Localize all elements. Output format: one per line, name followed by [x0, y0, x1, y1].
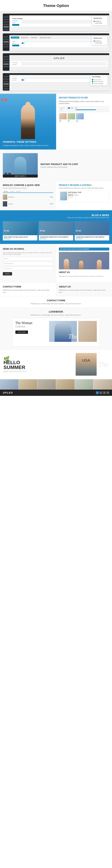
page-4[interactable]: 4	[106, 391, 109, 394]
footer-thumbnails	[0, 379, 112, 390]
blog-header: BLOG & NEWS Write your own blog & compet…	[3, 214, 109, 219]
admin-sidebar-2	[3, 35, 9, 51]
compare-tab[interactable]: Compare	[9, 190, 15, 192]
blog-card-3: 20 Apr CURABITURE LOBORTIS EST AT ODO AM…	[74, 221, 109, 241]
product-card-3: Top $32	[76, 113, 84, 122]
blog-style-tab[interactable]: Blog Style	[30, 37, 38, 38]
mock-wishlist: Wishlist Compare Recently Casual Dress $…	[3, 190, 53, 207]
feature-reviews: PRODUCT REVIEWS & RATINGS Extend Shopify…	[56, 181, 112, 210]
page-1[interactable]: 1	[96, 391, 99, 394]
admin-sidebar	[3, 16, 9, 31]
add-to-cart-mock: ‹ › ADD to CART &	[3, 153, 38, 178]
wishlist-tab[interactable]: Wishlist	[3, 190, 9, 193]
product-add-cart-img: ‹ › ADD to CART &	[3, 153, 38, 178]
product-card-1: Dress $29	[59, 113, 67, 122]
we-have-banner: WE NOW HAVE OVER 100 TEAM MEMBERS	[59, 248, 109, 251]
product-img-3	[76, 113, 84, 119]
blog-card-2: 20 Apr CURABITURE LOBORTIS EST AT ODO AM…	[39, 221, 73, 241]
blog-section: BLOG & NEWS Write your own blog & compet…	[0, 210, 112, 244]
admin-typography-block: Font Family Font Size	[11, 61, 108, 67]
footer-logo: UPLEO	[3, 391, 13, 394]
page-3[interactable]: 3	[103, 391, 106, 394]
thumb-5	[75, 379, 93, 390]
product-options-popup: Cart Settings General Options Product Ca…	[90, 75, 108, 86]
blog-archive-tab[interactable]: Blog Archive	[20, 37, 29, 38]
sale-badge: SALE	[2, 99, 7, 101]
feature-add-to-cart: ‹ › ADD to CART & INSTANT PRODUCT ADD TO…	[0, 150, 112, 181]
submit-button[interactable]: Submit	[3, 272, 12, 275]
thumb-2	[19, 379, 38, 390]
thumb-4	[56, 379, 75, 390]
admin-screen-4: Cart Type Ajax Cart Cart Settings Genera	[3, 73, 109, 91]
about-desc: ABOUT US Redesign your contact page with…	[56, 283, 112, 296]
blog-card-1: 10 Apr MONA THINKS YOU WILL QUAN SAN V8+…	[3, 221, 38, 241]
feature-powerful-theme: SALE POWERFUL THEME SETTINGS Configure a…	[0, 94, 56, 150]
feature-wishlist: WISHLIST, COMPARE & QUICK VIEW Let your …	[0, 181, 56, 210]
brand-logo-preview: UPLEO	[11, 57, 108, 60]
lookbook-section: LOOKBOOK Redesign your contact page with…	[0, 307, 112, 349]
phone-field[interactable]: Your Phone*	[3, 267, 53, 270]
admin-screen-3: UPLEO Font Family Font Size	[3, 53, 109, 71]
recently-tab[interactable]: Recently	[15, 190, 22, 192]
blog-config-tab[interactable]: Blog Config	[11, 37, 19, 38]
star-rating: ★ ★ ★ ★ ★	[68, 196, 108, 198]
thumb-6	[93, 379, 112, 390]
blog-default-tab[interactable]: Blog Default Layout	[39, 37, 52, 38]
wishlist-item-1: Casual Dress $45.00	[3, 194, 53, 200]
blog-card-img-2: 20 Apr	[39, 221, 73, 235]
product-img-1	[59, 113, 67, 119]
wishlist-item-img-2	[3, 201, 7, 207]
contact-about-section: SEND US AN EMAIL Tell us explore and we …	[0, 244, 112, 282]
feature-instant-filter: INSTANT PRODUCTS FILTER Filtering produc…	[56, 94, 112, 150]
contact-desc-row: CONTACT FORM Redesign your contact page …	[0, 282, 112, 296]
feature-row-wishlist-reviews: WISHLIST, COMPARE & QUICK VIEW Let your …	[0, 181, 112, 210]
admin-topbar-3	[3, 53, 109, 55]
wishlist-item-img-1	[3, 194, 7, 200]
admin-topbar	[3, 13, 109, 16]
shop-now-button[interactable]: Shop Now	[15, 331, 28, 334]
admin-topbar-4	[3, 73, 109, 75]
admin-save-btn-1[interactable]	[12, 24, 19, 26]
name-field[interactable]: Name*	[3, 257, 53, 261]
hello-summer-text: 🌿 HELLO SUMMER New Collection 2017	[3, 356, 55, 372]
admin-save-btn-2[interactable]	[12, 44, 19, 46]
contact-form-full: CONTACT FORM Redesign your contact page …	[0, 296, 112, 307]
wishlist-tabs: Wishlist Compare Recently	[3, 190, 53, 193]
lookbook-mockup: The Woman Collection Shop Now The	[13, 318, 100, 346]
product-card-2: Skirt $45	[67, 113, 75, 122]
usa-text: USA	[82, 358, 90, 363]
email-field[interactable]: Email Address*	[3, 262, 53, 266]
page-title: Theme Option	[0, 0, 112, 11]
powerful-theme-text: POWERFUL THEME SETTINGS Configure anythi…	[3, 141, 53, 147]
footer-pagination: 1 2 3 4	[96, 391, 109, 394]
footer-bottom: UPLEO 1 2 3 4	[0, 390, 112, 396]
add-to-cart-overlay[interactable]: ADD to CART &	[3, 175, 38, 178]
admin-screenshots-section: Theme Settings Typography Colors Breadcr…	[0, 11, 112, 93]
page-2[interactable]: 2	[99, 391, 102, 394]
breadcrumb-popup-2: Breadcrumb Breadit Up Social Share	[92, 36, 108, 45]
breadcrumb-popup-1: Breadcrumb Breadit Up Social Share	[92, 16, 108, 25]
model-image	[0, 94, 56, 139]
admin-main-3: UPLEO Font Family Font Size	[9, 55, 109, 71]
wishlist-item-2: Long Coat $89.00	[3, 200, 53, 207]
lookbook-img-main: The	[49, 321, 77, 342]
admin-screen-1: Theme Settings Typography Colors Breadcr…	[3, 13, 109, 31]
about-team-img	[59, 252, 109, 269]
thumb-1	[0, 379, 19, 390]
admin-sidebar-4	[3, 75, 9, 91]
features-section: SALE POWERFUL THEME SETTINGS Configure a…	[0, 94, 112, 210]
blog-card-img-1: 10 Apr	[3, 221, 38, 235]
mock-review-card: Orbit Terrarium - Small SKU: ORB-SM-001 …	[59, 190, 109, 203]
feature-row-theme-filter: SALE POWERFUL THEME SETTINGS Configure a…	[0, 94, 112, 150]
hello-summer-section: 🌿 HELLO SUMMER New Collection 2017 USA T…	[0, 349, 112, 379]
admin-screen-2: Blog Config Blog Archive Blog Style Blog…	[3, 33, 109, 51]
thumb-3	[38, 379, 56, 390]
add-to-cart-text: INSTANT PRODUCT ADD TO CART Let your cus…	[41, 163, 109, 168]
blog-card-img-3: 20 Apr	[74, 221, 109, 235]
product-img-2	[68, 113, 75, 119]
the-large-overlay: The	[98, 360, 109, 369]
contact-form-section: SEND US AN EMAIL Tell us explore and we …	[0, 244, 56, 282]
lookbook-images: The	[49, 321, 97, 342]
about-section: WE NOW HAVE OVER 100 TEAM MEMBERS ABOUT …	[56, 244, 112, 282]
contact-form-desc: CONTACT FORM Redesign your contact page …	[0, 283, 56, 296]
